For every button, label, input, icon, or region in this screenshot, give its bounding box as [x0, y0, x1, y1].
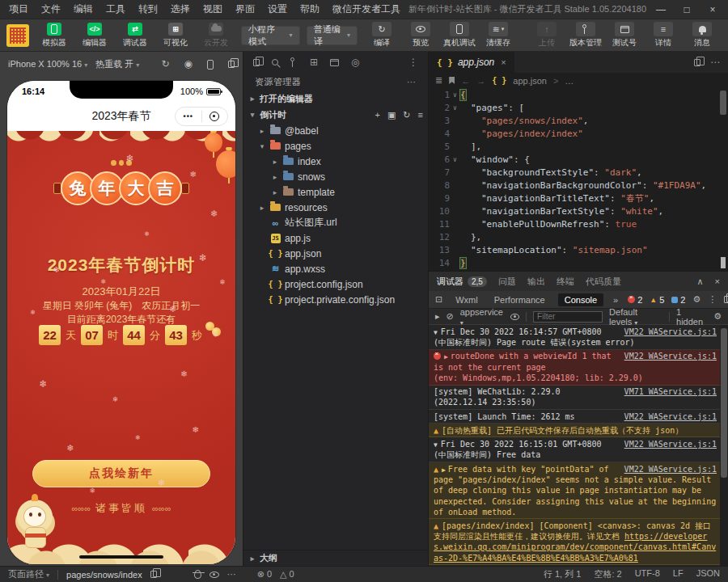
warning-counter[interactable]: △ 0: [280, 569, 294, 580]
tree-item-app.json[interactable]: { }app.json: [243, 246, 428, 261]
source-location-link[interactable]: VM71 WAService.js:1: [624, 386, 717, 397]
log-levels-select[interactable]: Default levels ▾: [609, 307, 662, 327]
console-sidebar-toggle-icon[interactable]: ▸: [435, 311, 440, 322]
outline-section[interactable]: ▸ 大纲: [243, 550, 428, 566]
compile-mode-select[interactable]: 普通编译▾: [307, 26, 358, 45]
source-location-link[interactable]: VM22 WAService.js:1: [624, 351, 717, 361]
tab-terminal[interactable]: 终端: [557, 276, 574, 288]
multi-window-icon[interactable]: [228, 58, 235, 70]
expand-object-icon[interactable]: ▶: [442, 466, 446, 474]
fold-icon[interactable]: ∨: [450, 154, 460, 167]
more-tabs-icon[interactable]: »: [613, 295, 618, 305]
code-line[interactable]: 5],: [429, 141, 718, 154]
user-avatar[interactable]: [6, 24, 29, 47]
device-frame-icon[interactable]: [207, 58, 214, 70]
status-more-icon[interactable]: ⋯: [227, 569, 236, 580]
expand-icon[interactable]: ▼: [434, 329, 438, 336]
menu-item[interactable]: 文件: [36, 1, 66, 18]
source-location-link[interactable]: VM22 WAService.js:1: [624, 439, 717, 449]
real-device-debug-button[interactable]: 真机调试: [442, 22, 477, 48]
menu-item[interactable]: 编辑: [68, 1, 99, 18]
mode-select[interactable]: 小程序模式▾: [241, 26, 300, 45]
console-log-warn[interactable]: VM22 WAService.js:1▲▶Free data with key …: [429, 462, 728, 519]
minimize-button[interactable]: —: [649, 2, 673, 18]
console-log-group[interactable]: VM22 WAService.js:1▼Fri Dec 30 2022 16:1…: [429, 437, 728, 462]
close-tab-icon[interactable]: ×: [501, 57, 506, 67]
test-account-button[interactable]: 测试号: [607, 22, 642, 48]
refresh-icon[interactable]: ↻: [403, 110, 410, 120]
console-log-group[interactable]: VM22 WAService.js:1▼Fri Dec 30 2022 16:1…: [429, 325, 728, 350]
tab-output[interactable]: 输出: [527, 276, 545, 288]
files-icon[interactable]: [253, 59, 260, 66]
console-scrollbar[interactable]: [720, 325, 728, 566]
status-item[interactable]: JSON: [696, 568, 720, 580]
preview-icon[interactable]: [330, 59, 339, 66]
eye-icon[interactable]: [210, 571, 219, 578]
dock-panel-icon[interactable]: ⋮: [408, 57, 418, 68]
more-tools-icon[interactable]: ◎: [351, 57, 359, 68]
gear-icon[interactable]: ⚙: [692, 294, 700, 305]
menu-item[interactable]: 微信开发者工具: [327, 1, 406, 18]
tree-item--.url[interactable]: ∞站长图库.url: [243, 215, 428, 230]
error-count-badge[interactable]: 2: [628, 295, 642, 305]
status-item[interactable]: LF: [673, 568, 684, 580]
status-item[interactable]: 行 1, 列 1: [544, 568, 581, 580]
bookmark-icon[interactable]: [449, 77, 455, 84]
current-page-path[interactable]: pages/snows/index: [66, 570, 142, 580]
new-folder-icon[interactable]: ▣: [387, 110, 396, 120]
tree-item-project.private.config.json[interactable]: { }project.private.config.json: [243, 292, 428, 307]
close-panel-icon[interactable]: ×: [715, 276, 720, 287]
console-log-log[interactable]: VM71 WAService.js:1[system] WeChatLib: 2…: [429, 386, 728, 410]
explorer-more-icon[interactable]: ⋯: [407, 77, 417, 87]
menu-item[interactable]: 界面: [230, 1, 260, 18]
maximize-button[interactable]: □: [675, 2, 699, 18]
code-area[interactable]: 1∨{2∨"pages": [3"pages/snows/index",4"pa…: [429, 89, 718, 271]
execution-context-select[interactable]: appservice ▾: [460, 307, 504, 327]
tree-item-project.config.json[interactable]: { }project.config.json: [243, 276, 428, 292]
gear-icon[interactable]: ⚙: [713, 311, 722, 322]
code-line[interactable]: 12},: [429, 231, 718, 244]
project-section[interactable]: ▾ 倒计时 + ▣ ↻ ≡: [243, 107, 428, 123]
collapse-all-icon[interactable]: ≡: [418, 110, 423, 120]
more-menu-button[interactable]: •••: [176, 112, 201, 120]
code-line[interactable]: 1∨{: [429, 89, 718, 102]
tab-console[interactable]: Console: [558, 293, 603, 306]
code-line[interactable]: 9"navigationBarTitleText": "春节",: [429, 192, 718, 205]
compile-button[interactable]: ↻ 编译: [364, 22, 400, 48]
code-line[interactable]: 14}: [429, 257, 718, 270]
tree-item-@babel[interactable]: ▸@babel: [243, 123, 428, 138]
visualization-button[interactable]: ⊞ 可视化: [157, 23, 194, 48]
extensions-icon[interactable]: ⊞: [310, 57, 318, 68]
hot-reload-select[interactable]: 热重载 开 ▾: [95, 58, 139, 70]
simulator-toggle-button[interactable]: 模拟器: [36, 23, 73, 48]
tab-wxml[interactable]: Wxml: [452, 293, 481, 306]
console-log-log[interactable]: VM22 WAService.js:1[system] Launch Time:…: [429, 410, 728, 424]
inspect-element-icon[interactable]: ⊡: [435, 294, 442, 305]
messages-button[interactable]: 消息: [684, 22, 720, 48]
status-item[interactable]: 空格: 2: [594, 568, 621, 580]
popout-icon[interactable]: [724, 296, 728, 303]
close-button[interactable]: ×: [700, 2, 725, 18]
tree-item-index[interactable]: ▸index: [243, 154, 428, 169]
console-log-error[interactable]: VM22 WAService.js:1▶routeDone with a web…: [429, 350, 728, 386]
page-path-select[interactable]: 页面路径 ▾: [8, 568, 49, 580]
console-filter-input[interactable]: [533, 311, 603, 323]
code-line[interactable]: 13"sitemapLocation": "sitemap.json": [429, 244, 718, 257]
copy-path-icon[interactable]: [150, 571, 157, 578]
menu-item[interactable]: 工具: [100, 1, 131, 18]
preview-button[interactable]: 预览: [403, 22, 438, 48]
tab-performance[interactable]: Performance: [491, 293, 548, 306]
editor-toggle-button[interactable]: </> 编辑器: [76, 23, 113, 48]
menu-item[interactable]: 设置: [262, 1, 293, 18]
rotate-icon[interactable]: ↻: [161, 58, 169, 70]
info-count-badge[interactable]: 2: [671, 295, 685, 305]
status-item[interactable]: UTF-8: [635, 568, 660, 580]
code-line[interactable]: 2∨"pages": [: [429, 102, 718, 115]
tree-item-app.wxss[interactable]: ≋app.wxss: [243, 261, 428, 276]
open-editors-section[interactable]: ▸ 打开的编辑器: [243, 91, 428, 107]
tree-item-snows[interactable]: ▸snows: [243, 169, 428, 184]
source-location-link[interactable]: VM22 WAService.js:1: [624, 411, 717, 422]
code-line[interactable]: 8"navigationBarBackgroundColor": "#1FDA9…: [429, 179, 718, 192]
menu-item[interactable]: 转到: [133, 1, 163, 18]
kebab-menu-icon[interactable]: ⋮: [708, 294, 717, 305]
